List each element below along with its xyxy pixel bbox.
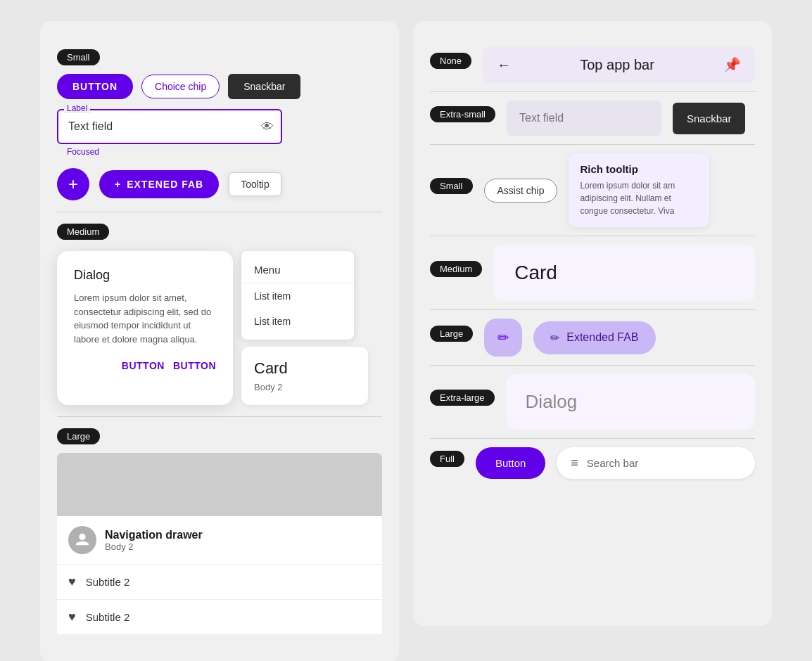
tooltip: Tooltip — [229, 172, 281, 196]
nav-drawer-header: Navigation drawer Body 2 — [57, 516, 382, 564]
right-dialog: Dialog — [506, 374, 755, 430]
nav-drawer-title: Navigation drawer — [105, 529, 203, 541]
large-badge: Large — [57, 428, 100, 444]
rich-tooltip-body: Lorem ipsum dolor sit am adipiscing elit… — [580, 179, 698, 217]
right-dialog-title: Dialog — [526, 391, 735, 413]
fab-extended-right-label: Extended FAB — [566, 331, 638, 344]
menu-card-column: Menu List item List item Card Body 2 — [241, 251, 368, 405]
card-body: Body 2 — [254, 382, 355, 392]
large-right-section: Large ✏ ✏ Extended FAB — [430, 310, 755, 366]
small-section: Small BUTTON Choice chip Snackbar Label … — [57, 38, 382, 212]
medium-right-badge: Medium — [430, 261, 482, 277]
fab-pencil-icon-ext: ✏ — [550, 331, 559, 345]
rich-tooltip-title: Rich tooltip — [580, 163, 698, 175]
large-section: Large Navigation drawer Body 2 ♥ Subtitl… — [57, 417, 382, 646]
nav-item-text-2: Subtitle 2 — [86, 611, 130, 623]
full-section: Full Button ≡ Search bar — [430, 439, 755, 487]
nav-drawer-text: Navigation drawer Body 2 — [105, 529, 203, 552]
top-app-bar-title: Top app bar — [521, 57, 713, 73]
snackbar: Snackbar — [228, 74, 300, 99]
extra-large-section: Extra-large Dialog — [430, 366, 755, 439]
top-app-bar: ← Top app bar 📌 — [483, 46, 755, 83]
search-bar-text: Search bar — [587, 457, 638, 469]
search-bar[interactable]: ≡ Search bar — [557, 447, 755, 479]
nav-item-text-1: Subtitle 2 — [86, 576, 130, 588]
small-filled-button[interactable]: BUTTON — [57, 74, 133, 99]
right-card-title: Card — [514, 262, 734, 284]
right-panel: None ← Top app bar 📌 Extra-small Snackba… — [413, 21, 772, 626]
nav-image — [57, 453, 382, 516]
text-field-wrapper: Label 👁 — [57, 109, 282, 144]
fab-pencil-icon-sm: ✏ — [497, 329, 509, 346]
dialog-title: Dialog — [74, 268, 216, 283]
xl-badge: Extra-large — [430, 390, 495, 406]
card-title: Card — [254, 359, 355, 378]
card-box: Card Body 2 — [241, 347, 368, 405]
menu-item-2[interactable]: List item — [241, 309, 354, 334]
fab-extended-plus-icon: + — [115, 179, 121, 190]
choice-chip[interactable]: Choice chip — [141, 75, 220, 98]
nav-drawer: Navigation drawer Body 2 ♥ Subtitle 2 ♥ … — [57, 453, 382, 634]
fab-row: + + EXTENED FAB Tooltip — [57, 168, 382, 200]
fab-extended-label: EXTENED FAB — [127, 179, 203, 190]
menu: Menu List item List item — [241, 251, 354, 340]
medium-badge: Medium — [57, 224, 109, 240]
small-right-section: Small Assist chip Rich tooltip Lorem ips… — [430, 145, 755, 236]
small-badge: Small — [57, 49, 100, 65]
small-right-badge: Small — [430, 178, 473, 194]
full-button[interactable]: Button — [476, 447, 545, 479]
none-badge: None — [430, 53, 471, 69]
fab-extended-button[interactable]: + EXTENED FAB — [99, 170, 219, 198]
back-icon[interactable]: ← — [497, 57, 511, 73]
small-row: BUTTON Choice chip Snackbar — [57, 74, 382, 99]
assist-chip[interactable]: Assist chip — [484, 179, 558, 203]
text-field-hint: Focused — [67, 147, 382, 157]
full-badge: Full — [430, 451, 464, 467]
attachment-icon[interactable]: 📌 — [723, 56, 741, 73]
menu-icon: ≡ — [571, 456, 578, 470]
fab-extended-right[interactable]: ✏ Extended FAB — [533, 321, 655, 354]
nav-avatar — [68, 526, 96, 554]
medium-section: Medium Dialog Lorem ipsum dolor sit amet… — [57, 212, 382, 417]
none-section: None ← Top app bar 📌 — [430, 38, 755, 92]
menu-header: Menu — [241, 257, 354, 283]
medium-content: Dialog Lorem ipsum dolor sit amet, conse… — [57, 251, 382, 405]
dialog-actions: BUTTON BUTTON — [74, 360, 216, 371]
dialog-body: Lorem ipsum dolor sit amet, consectetur … — [74, 291, 216, 346]
heart-icon-2: ♥ — [68, 610, 76, 624]
right-card: Card — [493, 245, 755, 301]
xs-snackbar: Snackbar — [673, 103, 745, 134]
large-right-badge: Large — [430, 326, 473, 342]
rich-tooltip: Rich tooltip Lorem ipsum dolor sit am ad… — [569, 153, 709, 227]
medium-right-section: Medium Card — [430, 236, 755, 310]
xs-badge: Extra-small — [430, 106, 495, 122]
nav-drawer-item-2[interactable]: ♥ Subtitle 2 — [57, 599, 382, 634]
left-panel: Small BUTTON Choice chip Snackbar Label … — [40, 21, 399, 661]
visibility-icon[interactable]: 👁 — [261, 120, 274, 134]
fab-purple-small[interactable]: ✏ — [484, 319, 522, 357]
dialog-btn2[interactable]: BUTTON — [173, 360, 216, 371]
nav-drawer-subtitle: Body 2 — [105, 541, 203, 552]
nav-drawer-item-1[interactable]: ♥ Subtitle 2 — [57, 564, 382, 599]
fab-small-button[interactable]: + — [57, 168, 89, 200]
heart-icon-1: ♥ — [68, 575, 76, 589]
dialog-card: Dialog Lorem ipsum dolor sit amet, conse… — [57, 251, 233, 405]
text-field-label: Label — [64, 103, 90, 113]
xs-text-field[interactable] — [507, 101, 661, 136]
extra-small-section: Extra-small Snackbar — [430, 92, 755, 145]
dialog-btn1[interactable]: BUTTON — [122, 360, 165, 371]
menu-item-1[interactable]: List item — [241, 283, 354, 309]
text-field-input[interactable] — [57, 109, 282, 144]
